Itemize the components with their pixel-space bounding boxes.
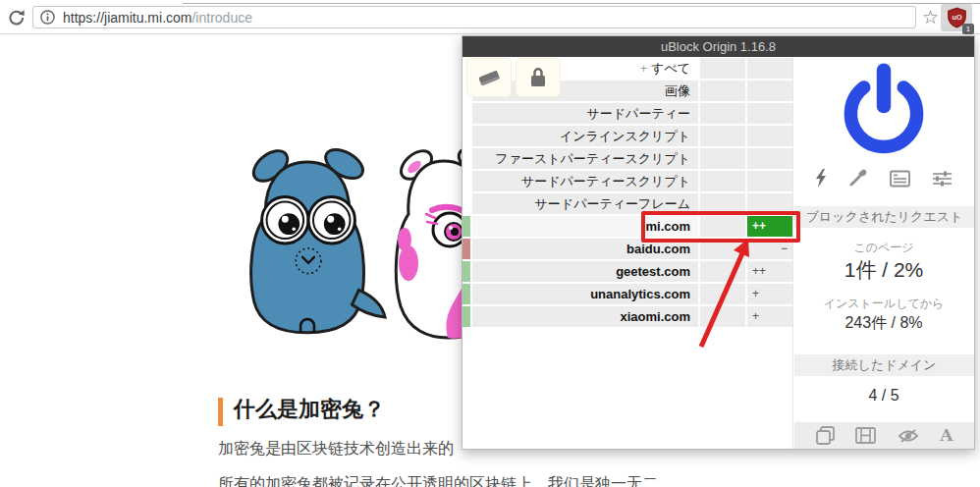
global-rule-cell[interactable] bbox=[700, 103, 745, 124]
local-rule-cell[interactable]: + bbox=[747, 284, 792, 304]
domain-status-strip bbox=[463, 216, 470, 237]
domain-label[interactable]: unanalytics.com bbox=[472, 284, 698, 304]
screen: https://jiamitu.mi.com/introduce ☆ uO 1 bbox=[0, 0, 980, 487]
global-rule-cell[interactable] bbox=[700, 239, 745, 259]
filter-label[interactable]: ファーストパーティースクリプト bbox=[472, 148, 698, 169]
no-large-media-icon[interactable] bbox=[855, 427, 876, 444]
filter-row-1p-script[interactable]: ファーストパーティースクリプト bbox=[463, 148, 792, 169]
popup-action-icons bbox=[793, 169, 974, 188]
domain-label[interactable]: xiaomi.com bbox=[472, 306, 698, 327]
domain-label[interactable]: geetest.com bbox=[472, 261, 698, 282]
svg-text:uO: uO bbox=[952, 13, 961, 22]
global-rule-cell[interactable] bbox=[700, 171, 745, 191]
local-rule-cell[interactable] bbox=[747, 148, 792, 169]
blocked-requests-header: ブロックされたリクエスト bbox=[794, 206, 974, 228]
this-page-label: このページ bbox=[793, 240, 974, 256]
url-host: https://jiamitu.mi.com bbox=[63, 10, 191, 26]
local-rule-cell[interactable]: − bbox=[747, 239, 792, 259]
domain-row-unanalytics-com[interactable]: unanalytics.com + bbox=[463, 284, 792, 304]
popup-stats-pane: ブロックされたリクエスト このページ 1件 / 2% インストールしてから 24… bbox=[792, 57, 974, 449]
global-rule-cell[interactable] bbox=[700, 284, 745, 304]
local-rule-cell[interactable] bbox=[747, 126, 792, 146]
local-rule-cell[interactable]: + bbox=[747, 306, 792, 327]
url-path: /introduce bbox=[191, 10, 251, 26]
ublock-badge: 1 bbox=[962, 24, 974, 34]
reload-icon bbox=[7, 8, 27, 27]
domain-row-xiaomi-com[interactable]: xiaomi.com + bbox=[463, 306, 792, 327]
connected-domains-value: 4 / 5 bbox=[793, 387, 974, 405]
domain-status-strip bbox=[463, 261, 470, 282]
browser-toolbar: https://jiamitu.mi.com/introduce ☆ uO 1 bbox=[0, 0, 980, 34]
local-rule-cell[interactable] bbox=[747, 58, 792, 79]
filter-label[interactable]: インラインスクリプト bbox=[472, 126, 698, 146]
domain-status-strip bbox=[463, 239, 470, 259]
global-rule-cell[interactable] bbox=[700, 126, 745, 146]
local-rule-cell[interactable] bbox=[747, 171, 792, 191]
local-rule-cell[interactable]: ++ bbox=[747, 216, 792, 237]
request-log-icon[interactable] bbox=[890, 170, 910, 188]
no-remote-fonts-icon[interactable]: A bbox=[940, 427, 953, 444]
no-popups-icon[interactable] bbox=[816, 426, 835, 445]
power-button[interactable] bbox=[837, 59, 931, 161]
global-rule-cell[interactable] bbox=[700, 216, 745, 237]
paragraph-2-line-1: 所有的加密兔都被记录在公开透明的区块链上，我们是独一无二 bbox=[218, 474, 658, 487]
domain-status-strip bbox=[463, 284, 470, 304]
global-rule-cell[interactable] bbox=[700, 58, 745, 79]
override-toolbar: A bbox=[794, 422, 974, 449]
local-rule-cell[interactable] bbox=[747, 103, 792, 124]
this-page-value: 1件 / 2% bbox=[793, 256, 974, 284]
element-zapper-icon[interactable] bbox=[815, 169, 827, 188]
url-bar[interactable]: https://jiamitu.mi.com/introduce bbox=[32, 6, 916, 28]
filter-label[interactable]: サードパーティースクリプト bbox=[472, 171, 698, 191]
domain-label[interactable]: baidu.com bbox=[472, 239, 698, 259]
filter-label[interactable]: サードパーティー bbox=[472, 103, 698, 124]
reload-button[interactable] bbox=[7, 8, 27, 27]
tabstrip-edge bbox=[183, 3, 980, 4]
popup-title: uBlock Origin 1.16.8 bbox=[463, 36, 974, 57]
local-rule-cell[interactable]: ++ bbox=[747, 261, 792, 282]
filter-label[interactable]: サードパーティーフレーム bbox=[472, 193, 698, 214]
connected-domains-header: 接続したドメイン bbox=[794, 354, 974, 376]
local-rule-cell[interactable] bbox=[747, 81, 792, 101]
domain-label[interactable]: mi.com bbox=[472, 216, 698, 237]
element-picker-icon[interactable] bbox=[848, 169, 867, 188]
filter-row-inline-script[interactable]: インラインスクリプト bbox=[463, 126, 792, 146]
save-rules-button[interactable] bbox=[516, 58, 561, 97]
ublock-popup: uBlock Origin 1.16.8 bbox=[462, 35, 975, 450]
global-rule-cell[interactable] bbox=[700, 261, 745, 282]
domain-row-geetest-com[interactable]: geetest.com ++ bbox=[463, 261, 792, 282]
filter-row-3p-script[interactable]: サードパーティースクリプト bbox=[463, 171, 792, 191]
popup-tools bbox=[466, 58, 561, 97]
rule-matrix: +すべて 画像 サードパーティー bbox=[463, 57, 792, 449]
domain-status-strip bbox=[463, 306, 470, 327]
bookmark-star-icon[interactable]: ☆ bbox=[922, 6, 939, 28]
lock-icon bbox=[527, 66, 549, 89]
paragraph-1: 加密兔是由区块链技术创造出来的 bbox=[218, 439, 454, 460]
global-rule-cell[interactable] bbox=[700, 81, 745, 101]
global-rule-cell[interactable] bbox=[700, 148, 745, 169]
local-rule-cell[interactable] bbox=[747, 193, 792, 214]
global-rule-cell[interactable] bbox=[700, 193, 745, 214]
global-rule-cell[interactable] bbox=[700, 306, 745, 327]
ublock-toolbar-button[interactable]: uO 1 bbox=[941, 4, 972, 31]
settings-sliders-icon[interactable] bbox=[932, 170, 953, 188]
since-install-value: 243件 / 8% bbox=[793, 313, 974, 334]
url-text[interactable]: https://jiamitu.mi.com/introduce bbox=[63, 10, 252, 26]
blue-rabbit-illustration bbox=[234, 143, 389, 340]
eraser-icon bbox=[476, 66, 502, 89]
domain-row-baidu-com[interactable]: baidu.com − bbox=[463, 239, 792, 259]
info-icon[interactable] bbox=[40, 10, 55, 25]
since-install-label: インストールしてから bbox=[793, 296, 974, 312]
filter-row-3p[interactable]: サードパーティー bbox=[463, 103, 792, 124]
page-heading: 什么是加密兔？ bbox=[234, 395, 385, 424]
domain-row-mi-com[interactable]: mi.com ++ bbox=[463, 216, 792, 237]
expand-all-icon[interactable]: + bbox=[640, 62, 647, 76]
revert-rules-button[interactable] bbox=[466, 58, 512, 97]
filter-row-3p-frame[interactable]: サードパーティーフレーム bbox=[463, 193, 792, 214]
heading-accent-bar bbox=[218, 398, 223, 426]
no-cosmetic-filtering-icon[interactable] bbox=[898, 428, 919, 444]
